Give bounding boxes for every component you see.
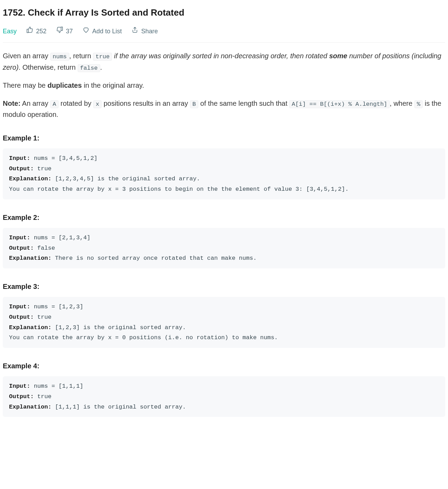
example-code: Input: nums = [2,1,3,4] Output: false Ex…: [3, 228, 445, 268]
description-p1: Given an array nums, return true if the …: [3, 50, 445, 72]
inline-code: %: [414, 100, 423, 108]
inline-code: x: [93, 100, 102, 108]
example-code: Input: nums = [1,1,1] Output: true Expla…: [3, 376, 445, 417]
difficulty-badge: Easy: [3, 26, 17, 36]
dislikes-count: 37: [66, 26, 73, 36]
add-to-list-label: Add to List: [92, 26, 122, 36]
inline-code: true: [93, 53, 112, 61]
share-label: Share: [141, 26, 158, 36]
share-button[interactable]: Share: [131, 26, 158, 36]
like-button[interactable]: 252: [26, 26, 46, 36]
inline-code: A: [50, 100, 59, 108]
heart-icon: [83, 26, 89, 36]
add-to-list-button[interactable]: Add to List: [83, 26, 122, 36]
example-block: Example 4: Input: nums = [1,1,1] Output:…: [3, 360, 445, 417]
inline-code: B: [190, 100, 198, 108]
description-p3: Note: An array A rotated by x positions …: [3, 98, 445, 120]
problem-description: Given an array nums, return true if the …: [3, 50, 445, 120]
example-code: Input: nums = [1,2,3] Output: true Expla…: [3, 297, 445, 348]
example-heading: Example 2:: [3, 212, 445, 223]
example-block: Example 3: Input: nums = [1,2,3] Output:…: [3, 281, 445, 348]
example-code: Input: nums = [3,4,5,1,2] Output: true E…: [3, 148, 445, 199]
description-p2: There may be duplicates in the original …: [3, 80, 445, 91]
share-icon: [131, 26, 138, 36]
thumbs-down-icon: [56, 26, 63, 36]
thumbs-up-icon: [26, 26, 33, 36]
example-block: Example 2: Input: nums = [2,1,3,4] Outpu…: [3, 212, 445, 268]
inline-code: nums: [50, 53, 69, 61]
inline-code: A[i] == B[(i+x) % A.length]: [289, 100, 389, 108]
inline-code: false: [78, 64, 100, 72]
example-heading: Example 3:: [3, 281, 445, 292]
likes-count: 252: [36, 26, 46, 36]
dislike-button[interactable]: 37: [56, 26, 73, 36]
example-heading: Example 4:: [3, 360, 445, 371]
problem-title: 1752. Check if Array Is Sorted and Rotat…: [3, 6, 445, 20]
example-heading: Example 1:: [3, 132, 445, 144]
example-block: Example 1: Input: nums = [3,4,5,1,2] Out…: [3, 132, 445, 199]
meta-bar: Easy 252 37 Add to List Share: [3, 26, 445, 43]
